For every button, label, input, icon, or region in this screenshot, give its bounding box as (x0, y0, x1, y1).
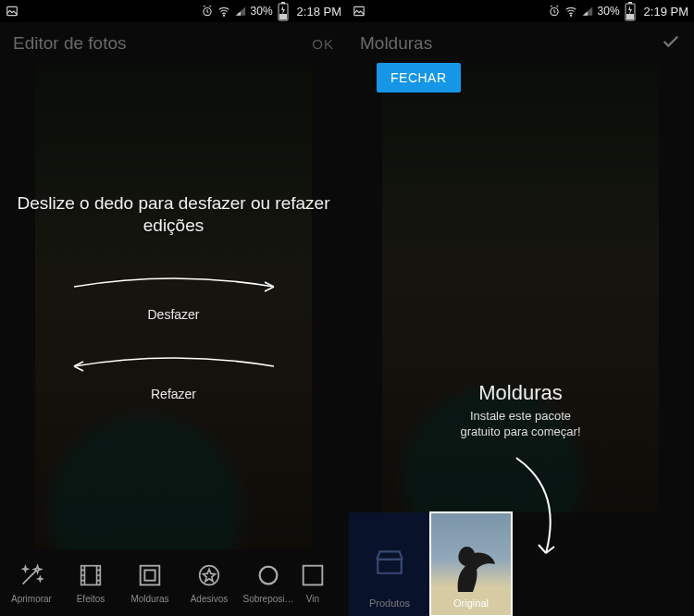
tool-adesivos[interactable]: Adesivos (180, 561, 239, 604)
tip-headline: Deslize o dedo para desfazer ou refazer … (7, 192, 340, 237)
tool-vin[interactable]: Vin (298, 561, 328, 604)
alarm-icon (548, 5, 561, 18)
tool-label: Vin (306, 594, 319, 604)
swipe-tip-overlay: Deslize o dedo para desfazer ou refazer … (35, 65, 312, 549)
tool-strip: Aprimorar Efeitos Molduras Adesivos Sobr… (0, 549, 347, 616)
photo-preview (382, 65, 659, 512)
image-icon (353, 5, 366, 18)
svg-rect-7 (141, 566, 160, 585)
clock: 2:18 PM (297, 5, 341, 18)
install-pack-tip: Molduras Instale este pacote gratuito pa… (382, 381, 659, 440)
tool-sobreposicao[interactable]: Sobreposi… (239, 561, 298, 604)
battery-icon (277, 5, 290, 18)
close-button[interactable]: FECHAR (377, 63, 461, 92)
wifi-icon (564, 5, 577, 18)
undo-arrow-icon (63, 268, 285, 305)
tool-label: Molduras (130, 594, 168, 604)
undo-label: Desfazer (35, 307, 312, 322)
status-bar: 30% 2:19 PM (347, 0, 694, 22)
tool-aprimorar[interactable]: Aprimorar (2, 561, 61, 604)
tool-label: Efeitos (77, 594, 105, 604)
svg-rect-8 (144, 570, 155, 580)
tool-label: Aprimorar (11, 594, 52, 604)
image-icon (6, 5, 19, 18)
battery-icon (624, 5, 637, 18)
svg-rect-17 (628, 2, 632, 4)
thumb-label: Original (453, 598, 489, 609)
tool-label: Adesivos (191, 594, 229, 604)
clock: 2:19 PM (644, 5, 688, 18)
alarm-icon (201, 5, 214, 18)
wand-icon (18, 561, 45, 589)
star-badge-icon (195, 561, 223, 589)
screen-photo-editor: 30% 2:18 PM Editor de fotos OK Deslize o… (0, 0, 347, 616)
svg-rect-4 (279, 14, 287, 19)
vignette-icon (299, 561, 327, 589)
photo-canvas[interactable]: Deslize o dedo para desfazer ou refazer … (35, 65, 312, 549)
tool-efeitos[interactable]: Efeitos (61, 561, 120, 604)
title-bar: Molduras (347, 22, 694, 65)
check-icon (661, 31, 681, 52)
tip-body-line2: gratuito para começar! (460, 425, 580, 438)
close-button-label: FECHAR (390, 70, 447, 85)
svg-rect-11 (304, 566, 323, 585)
thumb-original[interactable]: Original (430, 512, 512, 616)
svg-point-10 (260, 567, 278, 585)
title-bar: Editor de fotos OK (0, 22, 347, 65)
confirm-button[interactable] (661, 31, 681, 55)
frame-icon (136, 561, 164, 589)
page-title: Editor de fotos (13, 33, 127, 54)
filmstrip-icon (77, 561, 105, 589)
svg-point-2 (223, 15, 224, 16)
tip-body-line1: Instale este pacote (470, 409, 571, 423)
circle-icon (254, 561, 282, 589)
photo-canvas[interactable]: Molduras Instale este pacote gratuito pa… (382, 65, 659, 512)
battery-percent: 30% (251, 5, 273, 18)
wifi-icon (217, 5, 230, 18)
svg-rect-5 (281, 2, 285, 4)
svg-point-14 (570, 15, 571, 16)
signal-icon (234, 5, 247, 18)
screen-molduras: 30% 2:19 PM Molduras Molduras Instale es… (347, 0, 694, 616)
down-arrow-icon (507, 453, 572, 564)
silhouette-icon (441, 536, 497, 592)
redo-label: Refazer (35, 387, 312, 401)
tool-molduras[interactable]: Molduras (120, 561, 180, 604)
tool-label: Sobreposi… (242, 594, 293, 604)
thumb-label: Produtos (369, 598, 410, 609)
page-title: Molduras (360, 33, 432, 54)
ok-button[interactable]: OK (312, 36, 334, 52)
status-bar: 30% 2:18 PM (0, 0, 347, 22)
battery-percent: 30% (598, 5, 620, 18)
tip-title: Molduras (382, 381, 659, 405)
signal-icon (581, 5, 594, 18)
redo-arrow-icon (63, 348, 285, 385)
svg-rect-16 (626, 14, 634, 19)
